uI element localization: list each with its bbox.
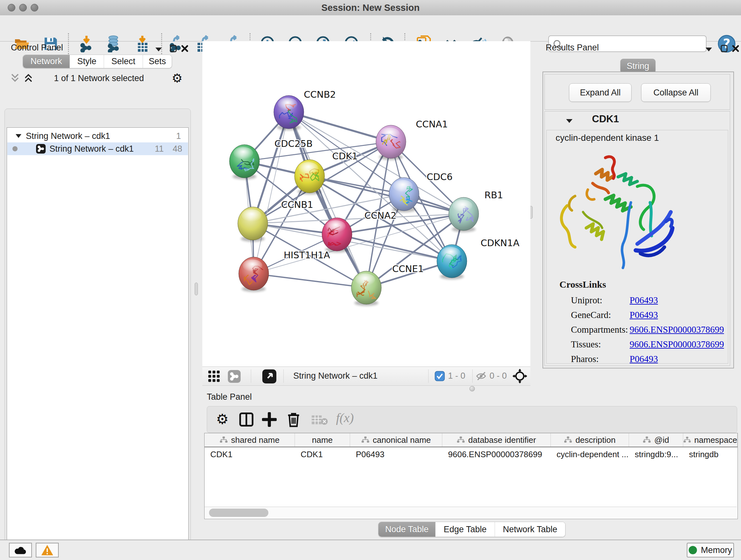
table-cell[interactable]: CDK1 (205, 447, 295, 461)
crosslink-row: GeneCard:P06493 (547, 310, 728, 324)
svg-text:CCNB2: CCNB2 (304, 89, 336, 100)
memory-status-dot (689, 546, 697, 554)
network-node-CCNB2[interactable] (274, 96, 304, 130)
window-title: Session: New Session (0, 0, 741, 15)
column-header-name[interactable]: name (295, 433, 350, 447)
memory-button[interactable]: Memory (687, 543, 734, 557)
crosslink-row: Tissues:9606.ENSP00000378699 (547, 339, 728, 354)
network-node-CDKN1A[interactable] (437, 245, 467, 279)
network-row-selected[interactable]: String Network – cdk1 11 48 (7, 142, 188, 155)
column-header-database-identifier[interactable]: database identifier (442, 433, 551, 447)
network-node-CCNA1[interactable] (376, 125, 406, 160)
network-view-mode-icon[interactable] (228, 370, 241, 383)
collapse-all-button[interactable]: Collapse All (641, 83, 711, 102)
delete-column-icon[interactable] (286, 412, 301, 428)
network-node-CCNB1[interactable] (238, 207, 268, 242)
crosslink-value-link[interactable]: P06493 (630, 295, 658, 306)
cytoscape-window: Session: New Session (0, 0, 741, 560)
add-column-icon[interactable] (262, 412, 277, 427)
column-header-@id[interactable]: @id (629, 433, 683, 447)
tab-select[interactable]: Select (104, 55, 143, 68)
network-node-RB1[interactable] (449, 197, 479, 232)
column-type-icon (564, 436, 572, 444)
tab-network-table[interactable]: Network Table (495, 522, 565, 537)
network-node-CDC25B[interactable] (229, 145, 259, 179)
tab-style[interactable]: Style (70, 55, 104, 68)
crosslink-value-link[interactable]: P06493 (630, 354, 658, 364)
grid-view-icon[interactable] (208, 370, 220, 383)
collapse-all-icon[interactable] (10, 72, 20, 83)
crosslink-value-link[interactable]: 9606.ENSP00000378699 (630, 339, 724, 350)
pan-crosshair-icon[interactable] (513, 369, 527, 383)
panel-menu-icon[interactable] (154, 46, 163, 52)
tab-sets[interactable]: Sets (143, 55, 172, 68)
network-canvas[interactable]: CCNB2CCNA1CDC25BCDK1CDC6RB1CCNB1CCNA2CDK… (202, 41, 530, 367)
panel-float-icon[interactable] (720, 44, 728, 53)
table-settings-gear-icon[interactable]: ⚙ (216, 411, 228, 427)
crosslink-value-link[interactable]: P06493 (630, 310, 658, 320)
table-h-scrollbar[interactable] (205, 507, 737, 518)
current-network-label: String Network – cdk1 (293, 371, 378, 381)
cdk1-expander-icon[interactable] (565, 118, 574, 124)
svg-text:CCNB1: CCNB1 (281, 199, 313, 210)
expand-all-button[interactable]: Expand All (569, 83, 631, 102)
crosslinks-title: CrossLinks (559, 279, 606, 290)
function-builder-icon[interactable]: f(x) (336, 410, 354, 425)
left-splitter-handle[interactable] (195, 283, 198, 295)
network-node-CCNE1[interactable] (351, 271, 381, 306)
network-node-HIST1H1A[interactable] (239, 257, 269, 292)
column-label: shared name (231, 435, 280, 445)
delete-table-icon[interactable] (311, 414, 328, 426)
table-cell[interactable]: P06493 (350, 447, 442, 461)
warning-status-button[interactable] (36, 543, 59, 557)
column-type-icon (219, 436, 228, 444)
svg-text:CCNE1: CCNE1 (392, 263, 424, 274)
selected-checkbox-icon[interactable] (434, 371, 445, 381)
crosslinks-list: Uniprot:P06493GeneCard:P06493Compartment… (547, 295, 728, 372)
tab-node-table[interactable]: Node Table (379, 522, 435, 537)
panel-close-icon[interactable] (181, 44, 189, 53)
hidden-eye-icon (475, 371, 488, 381)
scrollbar-thumb[interactable] (209, 509, 268, 517)
crosslink-label: Compartments: (571, 324, 628, 335)
birds-eye-view-icon[interactable] (262, 369, 276, 383)
table-cell[interactable]: CDK1 (295, 447, 350, 461)
panel-menu-icon[interactable] (704, 46, 713, 52)
network-collection-row[interactable]: String Network – cdk1 1 (7, 130, 188, 142)
network-options-gear-icon[interactable]: ⚙ (172, 71, 183, 85)
column-label: database identifier (468, 435, 536, 445)
gene-description: cyclin-dependent kinase 1 (556, 133, 659, 143)
status-separator (472, 369, 473, 383)
collection-expander-icon[interactable] (15, 133, 22, 138)
tab-edge-table[interactable]: Edge Table (435, 522, 495, 537)
panel-close-icon[interactable] (731, 44, 740, 53)
crosslink-row: Uniprot:P06493 (547, 295, 728, 310)
crosslink-value-link[interactable]: 9606.ENSP00000378699 (630, 324, 724, 335)
table-row[interactable]: CDK1CDK1P064939606.ENSP00000378699cyclin… (205, 447, 738, 461)
table-panel-title: Table Panel (207, 392, 252, 402)
column-header-shared-name[interactable]: shared name (205, 433, 295, 447)
network-row-label: String Network – cdk1 (50, 144, 134, 154)
column-label: name (312, 435, 333, 445)
cloud-status-button[interactable] (9, 543, 32, 557)
table-cell[interactable]: cyclin-dependent ... (551, 447, 629, 461)
status-separator (428, 369, 428, 383)
network-node-CCNA2[interactable] (322, 218, 352, 253)
svg-text:CDKN1A: CDKN1A (481, 238, 520, 248)
column-header-description[interactable]: description (551, 433, 629, 447)
network-view-toolbar: String Network – cdk1 1 - 0 0 - 0 (202, 367, 530, 386)
expand-all-icon[interactable] (23, 72, 34, 83)
svg-text:RB1: RB1 (484, 190, 503, 200)
column-label: description (576, 435, 616, 445)
column-header-namespace[interactable]: namespace (683, 433, 738, 447)
table-cell[interactable]: 9606.ENSP00000378699 (442, 447, 551, 461)
column-label: namespace (694, 435, 737, 445)
column-header-canonical-name[interactable]: canonical name (350, 433, 442, 447)
table-cell[interactable]: stringdb (683, 447, 738, 461)
panel-float-icon[interactable] (169, 44, 178, 53)
tab-network[interactable]: Network (23, 55, 70, 68)
network-node-CDC6[interactable] (389, 178, 419, 212)
column-layout-icon[interactable] (239, 412, 254, 427)
selected-count: 1 - 0 (448, 371, 465, 381)
table-cell[interactable]: stringdb:9... (629, 447, 683, 461)
